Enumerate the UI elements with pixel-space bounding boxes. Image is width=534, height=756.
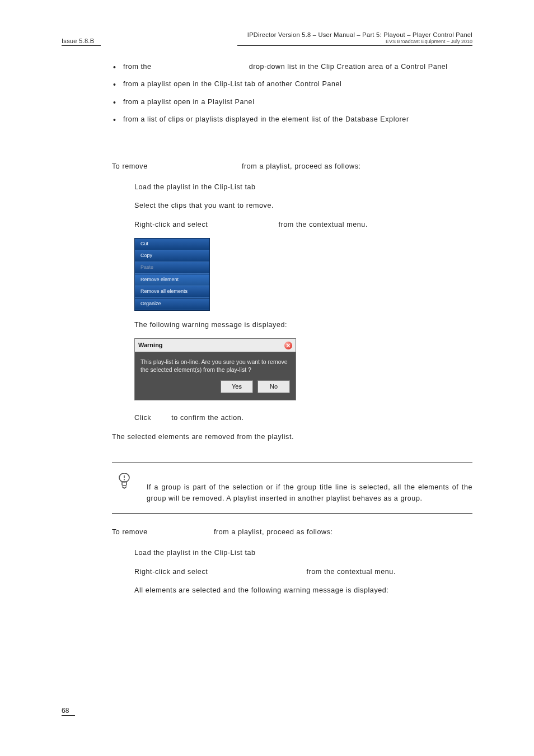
no-button[interactable]: No <box>257 380 290 393</box>
ctx-item-remove-element[interactable]: Remove element <box>135 274 209 286</box>
source-bullet-list: from the drop-down list in the Clip Crea… <box>112 62 472 125</box>
warning-title: Warning <box>138 340 163 350</box>
list-item: from the drop-down list in the Clip Crea… <box>112 62 472 72</box>
step-text: Right-click and select from the contextu… <box>134 220 472 230</box>
doc-title: IPDirector Version 5.8 – User Manual – P… <box>247 31 472 38</box>
ctx-item-paste: Paste <box>135 262 209 274</box>
page-number: 68 <box>62 707 75 716</box>
warning-body: This play-list is on-line. Are you sure … <box>135 352 296 377</box>
note-block: If a group is part of the selection or i… <box>112 463 472 514</box>
ctx-item-organize[interactable]: Organize <box>135 298 209 310</box>
remove-some-intro-post: from a playlist, proceed as follows: <box>240 162 361 170</box>
remove-some-intro-pre: To remove <box>112 162 150 170</box>
step-text: Select the clips that you want to remove… <box>134 200 472 211</box>
warning-intro: The following warning message is display… <box>134 320 472 330</box>
svg-point-5 <box>124 479 125 480</box>
result-text: The selected elements are removed from t… <box>112 432 472 442</box>
confirm-step: Click to confirm the action. <box>134 413 472 423</box>
yes-button[interactable]: Yes <box>221 380 253 393</box>
step-text: All elements are selected and the follow… <box>134 585 472 596</box>
page-header: Issue 5.8.B IPDirector Version 5.8 – Use… <box>62 31 472 44</box>
doc-subline: EVS Broadcast Equipment – July 2010 <box>247 39 472 44</box>
step-text: Load the playlist in the Clip-List tab <box>134 182 472 193</box>
step-text: Load the playlist in the Clip-List tab <box>134 548 472 558</box>
list-item: from a playlist open in a Playlist Panel <box>112 97 472 108</box>
ctx-item-copy[interactable]: Copy <box>135 250 209 262</box>
list-item: from a playlist open in the Clip-List ta… <box>112 79 472 90</box>
close-icon[interactable] <box>284 342 292 349</box>
note-text: If a group is part of the selection or i… <box>147 482 472 504</box>
issue-label: Issue 5.8.B <box>62 38 94 44</box>
remove-all-intro-pre: To remove <box>112 528 150 536</box>
note-icon <box>118 473 131 489</box>
ctx-item-remove-all[interactable]: Remove all elements <box>135 286 209 298</box>
ctx-item-cut[interactable]: Cut <box>135 239 209 250</box>
warning-dialog: Warning This play-list is on-line. Are y… <box>134 338 296 400</box>
step-text: Right-click and select from the contextu… <box>134 567 472 577</box>
remove-all-intro-post: from a playlist, proceed as follows: <box>212 528 333 536</box>
context-menu: Cut Copy Paste Remove element Remove all… <box>134 238 210 311</box>
list-item: from a list of clips or playlists displa… <box>112 114 472 125</box>
